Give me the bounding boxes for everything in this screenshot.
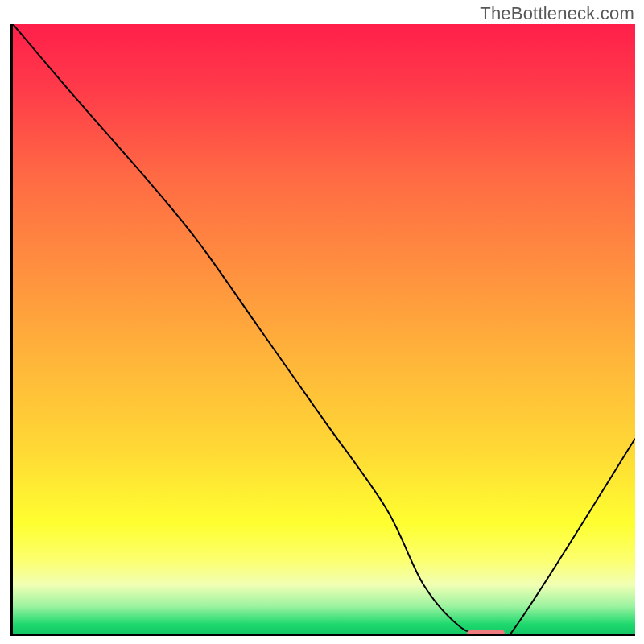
watermark-label: TheBottleneck.com xyxy=(480,3,634,24)
optimal-range-marker xyxy=(467,630,504,636)
bottleneck-curve xyxy=(13,24,635,634)
curve-layer xyxy=(13,24,635,634)
chart-plot-area xyxy=(10,24,635,636)
